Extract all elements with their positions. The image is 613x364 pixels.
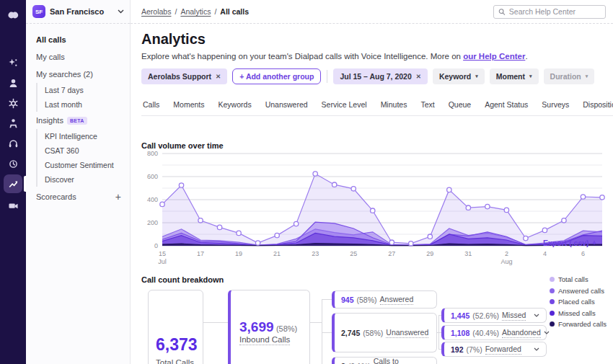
workspace-switcher[interactable]: SF San Francisco xyxy=(26,0,130,24)
workspace-avatar: SF xyxy=(32,5,45,18)
tab-dispositions[interactable]: Dispositions xyxy=(581,94,613,115)
video-camera-icon[interactable] xyxy=(4,196,22,215)
tab-text[interactable]: Text xyxy=(419,94,436,115)
legend-label: Placed calls xyxy=(558,298,595,306)
svg-text:Jul: Jul xyxy=(158,258,167,265)
tab-queue[interactable]: Queue xyxy=(447,94,473,115)
forwarded-dropdown[interactable]: 192 (7%) Forwarded xyxy=(441,342,547,357)
analytics-tabs: CallsMomentsKeywordsUnansweredService Le… xyxy=(141,94,613,116)
sidebar-item-scorecards[interactable]: Scorecards+ xyxy=(26,187,130,207)
sidebar-item-label: Last 7 days xyxy=(45,86,84,94)
unanswered-box[interactable]: 2,745 (58%) Unanswered xyxy=(332,313,437,352)
inbound-calls-pct: (58%) xyxy=(276,324,297,333)
call-volume-chart-svg: 020040060080015Jul17192123252729312Aug46 xyxy=(141,149,607,269)
sidebar-item-csat-360[interactable]: CSAT 360 xyxy=(36,143,130,158)
total-calls-box[interactable]: 6,373 Total Calls xyxy=(148,290,203,364)
coaching-desk-icon[interactable] xyxy=(4,114,22,133)
analytics-trend-icon[interactable] xyxy=(4,174,22,193)
filter-chip-duration[interactable]: Duration▾ xyxy=(544,68,595,84)
inbound-calls-value: 3,699 xyxy=(239,319,274,334)
settings-gear-icon[interactable] xyxy=(4,94,22,112)
filter-chip-add-another-group[interactable]: + Add another group xyxy=(232,68,321,84)
close-icon[interactable]: ✕ xyxy=(416,73,421,80)
sidebar-item-all-calls[interactable]: All calls xyxy=(26,31,130,48)
filter-chip-keyword[interactable]: Keyword▾ xyxy=(433,68,485,84)
ai-sparkles-icon[interactable] xyxy=(4,53,22,72)
connector-line xyxy=(322,332,332,333)
filter-chip-aerolabs-support[interactable]: Aerolabs Support✕ xyxy=(141,68,227,84)
legend-label: Missed calls xyxy=(558,309,596,317)
search-input[interactable] xyxy=(509,7,601,16)
dialpad-logo-icon xyxy=(4,6,22,25)
voicemail-box[interactable]: 3 (0.1%) Calls to Voicemail xyxy=(332,357,437,364)
answered-pct: (58%) xyxy=(357,296,377,304)
export-csv-link[interactable]: Export (.csv) xyxy=(543,239,597,247)
sidebar-item-label: All calls xyxy=(36,35,66,44)
sidebar-item-label: CSAT 360 xyxy=(45,146,79,155)
sidebar-item-insights[interactable]: InsightsBETA xyxy=(26,112,130,129)
filter-chip-jul-15-aug-7-2020[interactable]: Jul 15 – Aug 7, 2020✕ xyxy=(333,68,428,84)
tab-calls[interactable]: Calls xyxy=(141,94,161,115)
add-scorecard-button[interactable]: + xyxy=(115,191,123,203)
call-count-breakdown: Call count breakdown 6,373 Total Calls 3… xyxy=(141,274,613,364)
tab-agent-status[interactable]: Agent Status xyxy=(483,94,529,115)
inbound-calls-box[interactable]: 3,699 (58%) Inbound Calls xyxy=(228,290,310,364)
svg-text:2: 2 xyxy=(505,250,508,257)
headset-icon[interactable] xyxy=(4,134,22,153)
inbound-calls-label: Inbound Calls xyxy=(239,335,290,345)
breadcrumb-link-aerolabs[interactable]: Aerolabs xyxy=(141,7,171,16)
tab-minutes[interactable]: Minutes xyxy=(379,94,409,115)
breakdown-section-title: Call count breakdown xyxy=(141,275,224,284)
chip-label: Aerolabs Support xyxy=(148,72,211,81)
main-content: Analytics Explore what's happening on yo… xyxy=(131,24,613,364)
export-csv-label: Export (.csv) xyxy=(543,239,589,247)
page-title: Analytics xyxy=(141,31,206,48)
filter-chip-moment[interactable]: Moment▾ xyxy=(490,68,539,84)
unanswered-label: Unanswered xyxy=(386,328,428,338)
missed-dropdown[interactable]: 1,445 (52.6%) Missed xyxy=(441,308,547,323)
sidebar-item-label: Discover xyxy=(45,175,74,184)
forwarded-value: 192 xyxy=(451,345,464,354)
tab-service-level[interactable]: Service Level xyxy=(320,94,369,115)
download-arrow-icon xyxy=(591,240,597,246)
close-icon[interactable]: ✕ xyxy=(216,73,221,80)
tab-moments[interactable]: Moments xyxy=(172,94,206,115)
sidebar-item-label: KPI Intelligence xyxy=(45,132,97,141)
legend-item-forwarded-calls: Forwarded calls xyxy=(550,320,607,328)
sidebar-item-last-month[interactable]: Last month xyxy=(36,97,130,112)
abandoned-dropdown[interactable]: 1,108 (40.4%) Abandoned xyxy=(441,325,547,340)
svg-text:15: 15 xyxy=(159,250,166,257)
tab-unanswered[interactable]: Unanswered xyxy=(264,94,309,115)
legend-label: Answered calls xyxy=(558,287,604,295)
sidebar-item-last-7-days[interactable]: Last 7 days xyxy=(36,83,130,97)
svg-text:200: 200 xyxy=(147,219,158,226)
sidebar-item-customer-sentiment[interactable]: Customer Sentiment xyxy=(36,158,130,172)
sidebar-item-kpi-intelligence[interactable]: KPI Intelligence xyxy=(36,129,130,143)
answered-box[interactable]: 945 (58%) Answered xyxy=(332,290,437,308)
sidebar-item-discover[interactable]: Discover xyxy=(36,172,130,187)
active-rail-indicator xyxy=(24,176,26,192)
history-clock-icon[interactable] xyxy=(4,154,22,173)
svg-text:600: 600 xyxy=(147,173,158,180)
contacts-person-icon[interactable] xyxy=(4,74,22,92)
chip-label: + Add another group xyxy=(239,72,314,81)
answered-value: 945 xyxy=(341,296,354,304)
help-center-link[interactable]: our Help Center xyxy=(463,52,525,61)
voicemail-label: Calls to Voicemail xyxy=(374,357,430,364)
help-search-box[interactable] xyxy=(493,5,606,19)
breadcrumb: Aerolabs / Analytics / All calls xyxy=(141,7,249,16)
tab-keywords[interactable]: Keywords xyxy=(217,94,253,115)
sidebar-item-my-calls[interactable]: My calls xyxy=(26,48,130,66)
filter-chips: Aerolabs Support✕+ Add another groupJul … xyxy=(141,68,594,84)
subtitle-text: Explore what's happening on your team's … xyxy=(141,52,463,61)
search-icon xyxy=(498,8,506,16)
sidebar-item-label: My searches (2) xyxy=(36,70,93,79)
topbar: Aerolabs / Analytics / All calls xyxy=(131,0,613,24)
connector-line xyxy=(322,299,332,300)
tab-surveys[interactable]: Surveys xyxy=(540,94,570,115)
svg-text:23: 23 xyxy=(312,250,319,257)
breadcrumb-link-analytics[interactable]: Analytics xyxy=(180,7,211,16)
svg-text:4: 4 xyxy=(543,250,547,257)
sidebar-item-my-searches-2[interactable]: My searches (2) xyxy=(26,66,130,83)
svg-text:Aug: Aug xyxy=(500,258,512,265)
